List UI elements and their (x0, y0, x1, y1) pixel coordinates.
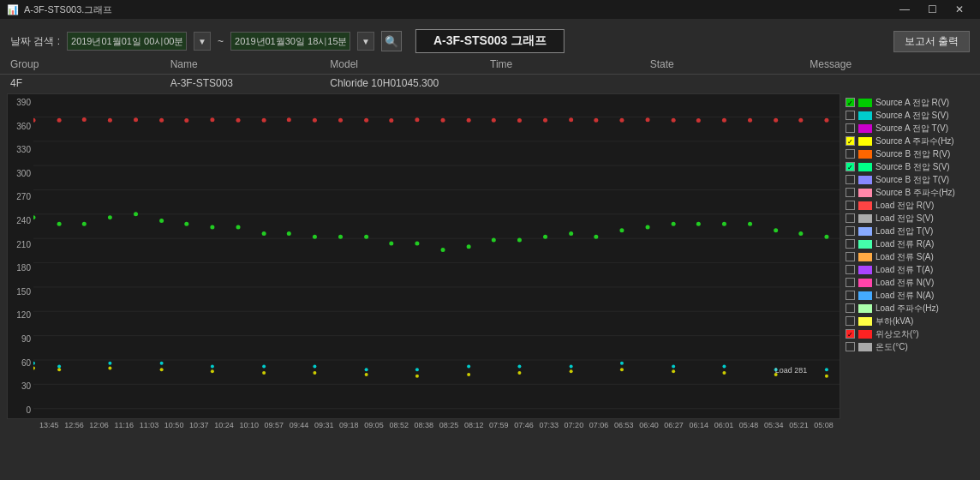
cell-name: A-3F-STS003 (170, 77, 331, 89)
svg-point-61 (441, 248, 445, 252)
legend-checkbox[interactable] (846, 175, 855, 184)
x-label: 10:37 (189, 421, 209, 429)
legend-item: Load 전류 N(V) (846, 277, 968, 288)
load-label: Load 281 (775, 366, 808, 375)
legend-item: Load 전압 R(V) (846, 200, 968, 211)
svg-point-31 (492, 118, 496, 123)
svg-point-54 (262, 231, 266, 236)
date-to-dropdown[interactable]: ▼ (357, 32, 374, 51)
report-button[interactable]: 보고서 출력 (893, 31, 970, 52)
legend-checkbox[interactable] (846, 291, 855, 300)
legend-color-indicator (858, 150, 872, 159)
cell-time (490, 77, 650, 89)
x-label: 08:12 (464, 421, 484, 429)
cell-state (650, 77, 810, 89)
svg-point-86 (467, 365, 470, 369)
legend-checkbox[interactable] (846, 149, 855, 159)
legend-checkbox[interactable] (846, 252, 855, 261)
legend-checkbox[interactable]: ✓ (846, 329, 855, 339)
legend-label-text: Load 주파수(Hz) (875, 303, 939, 314)
svg-point-87 (517, 365, 521, 369)
close-button[interactable]: ✕ (946, 0, 973, 19)
svg-point-47 (82, 222, 87, 226)
svg-point-58 (364, 235, 368, 239)
date-to-input[interactable] (230, 32, 350, 51)
legend-checkbox[interactable]: ✓ (846, 136, 855, 146)
svg-point-52 (210, 225, 214, 229)
x-label: 13:45 (39, 421, 59, 429)
x-label: 11:16 (115, 421, 134, 429)
legend-color-indicator (858, 253, 872, 261)
legend-checkbox[interactable] (846, 278, 855, 287)
search-button[interactable]: 🔍 (381, 31, 402, 51)
svg-point-99 (262, 371, 266, 375)
date-from-input[interactable] (67, 32, 187, 51)
legend-checkbox[interactable] (846, 316, 855, 326)
legend-checkbox[interactable]: ✓ (846, 162, 855, 171)
date-from-dropdown[interactable]: ▼ (194, 32, 211, 51)
svg-point-78 (57, 365, 61, 369)
x-label: 09:44 (290, 421, 309, 429)
legend-checkbox[interactable] (846, 213, 855, 223)
legend-checkbox[interactable]: ✓ (846, 98, 855, 107)
header-row: A-3F-STS003 그래프 날짜 검색 : ▼ ~ ▼ 🔍 보고서 출력 (10, 27, 970, 55)
legend-label-text: Load 전류 T(A) (875, 264, 933, 275)
legend-checkbox[interactable] (846, 265, 855, 274)
dots-yellow (33, 366, 828, 377)
title-bar-controls[interactable]: — ☐ ✕ (891, 0, 973, 19)
svg-point-45 (33, 215, 36, 219)
data-row: 4F A-3F-STS003 Chloride 10H01045.300 (0, 75, 980, 92)
legend-item: 온도(°C) (846, 341, 968, 352)
x-label: 11:03 (140, 421, 159, 429)
legend-item: ✓Source A 전압 R(V) (846, 97, 968, 108)
svg-point-65 (543, 235, 547, 239)
svg-point-95 (57, 368, 61, 371)
maximize-button[interactable]: ☐ (918, 0, 946, 19)
svg-point-68 (619, 228, 624, 232)
legend-item: Load 전류 N(A) (846, 290, 968, 301)
svg-point-51 (184, 222, 188, 226)
legend-item: Source A 전압 T(V) (846, 123, 968, 134)
svg-point-41 (748, 118, 752, 123)
legend-checkbox[interactable] (846, 226, 855, 236)
col-group: Group (10, 58, 170, 70)
col-message: Message (810, 58, 970, 70)
legend-checkbox[interactable] (846, 239, 855, 249)
table-header: Group Name Model Time State Message (0, 55, 980, 75)
legend-checkbox[interactable] (846, 303, 855, 313)
chart-area: 390 360 330 300 270 240 210 180 150 120 … (7, 93, 840, 419)
x-label: 07:06 (589, 421, 609, 429)
legend-item: Load 전류 R(A) (846, 238, 968, 249)
svg-point-104 (517, 371, 521, 375)
y-label-120: 120 (8, 310, 33, 320)
svg-point-110 (825, 375, 828, 378)
legend-checkbox[interactable] (846, 201, 855, 210)
x-label: 05:08 (814, 421, 834, 429)
svg-point-88 (570, 365, 573, 369)
legend-label-text: Source A 전압 S(V) (875, 110, 949, 121)
svg-point-17 (134, 117, 138, 122)
legend-color-indicator (858, 99, 872, 107)
y-label-0: 0 (8, 405, 33, 415)
svg-point-24 (313, 118, 317, 123)
svg-point-53 (236, 225, 241, 229)
svg-point-98 (211, 369, 214, 373)
svg-point-101 (365, 373, 368, 376)
legend-color-indicator (858, 214, 872, 223)
x-axis: 13:4512:5612:0611:1611:0310:5010:3710:24… (7, 419, 840, 429)
svg-point-57 (338, 235, 343, 239)
legend-checkbox[interactable] (846, 111, 855, 120)
svg-point-91 (722, 365, 726, 369)
chart-svg: Load 281 (33, 94, 840, 418)
legend-checkbox[interactable] (846, 342, 855, 351)
legend-color-indicator (858, 227, 872, 236)
svg-point-62 (467, 244, 471, 249)
svg-point-71 (696, 222, 701, 226)
legend-checkbox[interactable] (846, 123, 855, 133)
x-label: 05:21 (789, 421, 809, 429)
x-label: 06:53 (614, 421, 634, 429)
legend-checkbox[interactable] (846, 188, 855, 197)
minimize-button[interactable]: — (891, 0, 918, 19)
legend-label-text: 온도(°C) (875, 341, 908, 352)
svg-point-49 (134, 212, 138, 216)
